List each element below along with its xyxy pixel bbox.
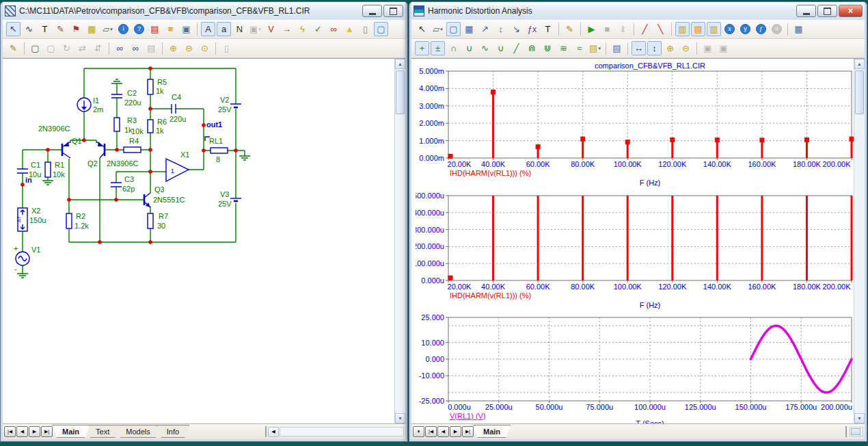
- scroll-thumb[interactable]: [855, 70, 864, 114]
- zoom-out[interactable]: ⊖: [182, 41, 196, 55]
- schematic-titlebar[interactable]: C:\MC11\DATA\Petrov\comparison_CFB&VFB\c…: [3, 2, 405, 20]
- vertical-tag[interactable]: ↕: [493, 22, 508, 36]
- go-to-high[interactable]: ∿: [478, 41, 492, 55]
- horizontal-scrollbar[interactable]: [280, 427, 404, 436]
- q2-label[interactable]: Q2: [87, 159, 98, 168]
- scale-mode[interactable]: ▢: [446, 22, 461, 36]
- go-to-global-low[interactable]: ⋓: [541, 41, 555, 55]
- component-i1[interactable]: [77, 98, 91, 112]
- component-v1[interactable]: [16, 252, 29, 265]
- zoom-in[interactable]: ⊕: [166, 41, 180, 55]
- q2-model-label[interactable]: 2N3906C: [107, 159, 139, 168]
- analysis-titlebar[interactable]: Harmonic Distortion Analysis ×: [411, 2, 865, 20]
- shape-tool-dropdown[interactable]: ▾: [440, 27, 443, 32]
- select-cursor[interactable]: ↖: [6, 22, 21, 36]
- q3-label[interactable]: Q3: [154, 185, 165, 194]
- component-v2[interactable]: [230, 104, 241, 107]
- c2-label[interactable]: C2: [127, 89, 137, 97]
- x2-value[interactable]: 150u: [29, 216, 46, 224]
- plot-vertical-scrollbar[interactable]: ▲ ▼: [854, 59, 865, 423]
- component-q2[interactable]: [96, 142, 105, 158]
- region-select[interactable]: ▢: [374, 22, 388, 36]
- component-x1-opamp[interactable]: [166, 159, 189, 181]
- scroll-down-button[interactable]: ▼: [854, 413, 865, 423]
- component-c4[interactable]: [172, 104, 176, 114]
- rl1-value[interactable]: 8: [216, 155, 220, 163]
- q1-label[interactable]: Q1: [72, 137, 82, 145]
- last-page-button[interactable]: ▶|: [41, 426, 53, 437]
- x1-gain-value[interactable]: 1: [171, 168, 174, 174]
- v2-label[interactable]: V2: [220, 96, 229, 104]
- transient-waveform-plot[interactable]: 0.000u25.000u50.000u75.000u100.000u125.0…: [416, 313, 856, 423]
- blank-document[interactable]: ▯: [358, 22, 372, 36]
- prev-page-button[interactable]: ◀: [16, 426, 28, 437]
- component-r1[interactable]: [45, 162, 51, 177]
- text-mode[interactable]: T: [541, 22, 555, 36]
- exchange-page[interactable]: ▣: [179, 22, 193, 36]
- tab-text[interactable]: Text: [85, 425, 120, 438]
- go-to-low[interactable]: ∪: [493, 41, 508, 55]
- formula-text[interactable]: ƒx: [525, 22, 539, 36]
- r4-value[interactable]: 10k: [131, 127, 144, 135]
- i1-label[interactable]: I1: [93, 96, 99, 105]
- maximize-button[interactable]: [817, 5, 837, 17]
- show-node-voltages[interactable]: V: [264, 22, 278, 36]
- select-cursor[interactable]: ↖: [415, 22, 429, 36]
- auto-scale-x[interactable]: ↔: [632, 41, 646, 55]
- shape-tool-dropdown[interactable]: ▾: [110, 27, 113, 32]
- tab-models[interactable]: Models: [116, 425, 160, 438]
- show-pin-connections[interactable]: ∞: [327, 22, 341, 36]
- i1-value[interactable]: 2m: [93, 105, 103, 114]
- go-to-inflection[interactable]: ╱: [509, 41, 524, 55]
- horizontal-scroll-left-button[interactable]: ◀: [268, 427, 279, 437]
- minimize-button[interactable]: [796, 5, 816, 17]
- tab-main[interactable]: Main: [473, 425, 511, 438]
- first-page-button[interactable]: |◀: [425, 426, 437, 437]
- scroll-up-button[interactable]: ▲: [854, 59, 865, 69]
- next-page-button[interactable]: ▶: [29, 426, 40, 437]
- r7-value[interactable]: 30: [157, 222, 165, 230]
- schematic-canvas[interactable]: 2N3906C Q1 Q2 2N3906C I1 2m C2 220u R3 1…: [4, 60, 395, 423]
- point-tag[interactable]: ↗: [478, 22, 492, 36]
- show-attribute-text[interactable]: A: [201, 22, 215, 36]
- y-scale-button[interactable]: y: [738, 22, 752, 36]
- zoom-in[interactable]: ⊕: [663, 41, 677, 55]
- positive-slope[interactable]: ╱: [638, 22, 652, 36]
- component-r2[interactable]: [66, 213, 72, 228]
- zoom-out[interactable]: ⊖: [679, 41, 693, 55]
- cursor-crosshair[interactable]: +: [415, 41, 429, 55]
- tab-main[interactable]: Main: [52, 425, 90, 438]
- help-mode[interactable]: ?: [132, 22, 146, 36]
- r5-label[interactable]: R5: [157, 78, 167, 86]
- properties-button[interactable]: ✎: [6, 41, 21, 55]
- r3-label[interactable]: R3: [127, 116, 137, 124]
- x-scale-button[interactable]: x: [722, 22, 737, 36]
- r4-label[interactable]: R4: [129, 137, 139, 145]
- cursor-mode[interactable]: ▦: [462, 22, 476, 36]
- r6-label[interactable]: R6: [157, 118, 167, 126]
- envelope-bottom[interactable]: ≈: [572, 41, 586, 55]
- run-button[interactable]: ▶: [584, 22, 599, 36]
- scroll-up-button[interactable]: ▲: [395, 59, 405, 69]
- overlay-plot-view[interactable]: ▥: [707, 22, 721, 36]
- r7-label[interactable]: R7: [159, 212, 168, 220]
- shape-tool[interactable]: ▱▾: [431, 22, 445, 36]
- close-button[interactable]: ×: [839, 5, 863, 17]
- q1-model-label[interactable]: 2N3906C: [38, 124, 70, 133]
- schematic-vertical-scrollbar[interactable]: ▲ ▼: [394, 59, 405, 423]
- x1-label[interactable]: X1: [180, 150, 189, 159]
- component-r5[interactable]: [148, 79, 153, 94]
- r2-label[interactable]: R2: [76, 212, 85, 220]
- c3-value[interactable]: 62p: [122, 185, 135, 193]
- find-button[interactable]: ∞: [128, 41, 143, 55]
- minimize-button[interactable]: [362, 5, 382, 17]
- last-page-button[interactable]: ▶|: [462, 426, 474, 437]
- r5-value[interactable]: 1k: [156, 87, 164, 95]
- x2-label[interactable]: X2: [31, 207, 40, 215]
- r1-label[interactable]: R1: [55, 161, 64, 169]
- r2-value[interactable]: 1.2k: [74, 222, 89, 230]
- flag-mode[interactable]: ⚑: [69, 22, 83, 36]
- plot-page-area[interactable]: 20.00K40.00K60.00K80.00K100.00K120.00K14…: [411, 58, 865, 423]
- component-q1[interactable]: [62, 142, 70, 158]
- data-points-edit[interactable]: ▦: [791, 22, 806, 36]
